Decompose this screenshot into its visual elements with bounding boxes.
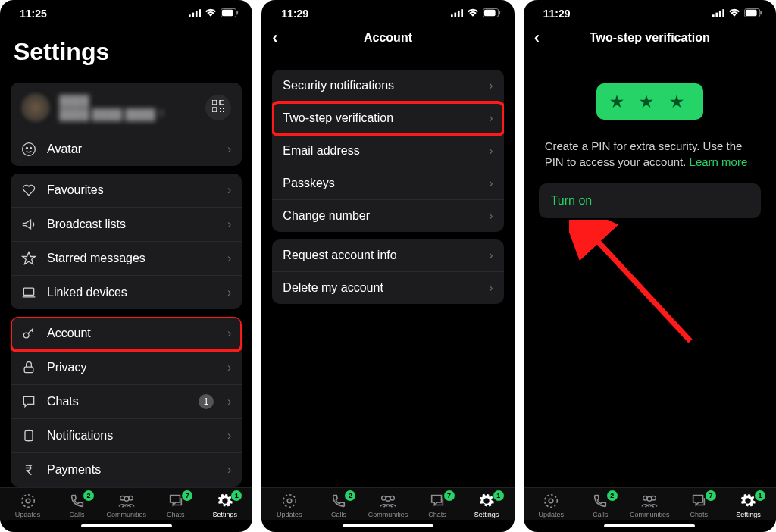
tab-settings[interactable]: 1 Settings	[200, 493, 249, 518]
chevron-right-icon: ›	[489, 144, 493, 158]
account-group-1: Security notifications › Two-step verifi…	[272, 70, 503, 232]
pin-display: ★ ★ ★	[596, 83, 703, 120]
tab-updates[interactable]: Updates	[264, 493, 314, 518]
svg-rect-7	[212, 100, 217, 105]
linked-devices-row[interactable]: Linked devices ›	[11, 276, 242, 309]
chevron-right-icon: ›	[489, 209, 493, 223]
svg-rect-13	[223, 111, 224, 112]
phone-account: 11:29 ‹ Account Security notifications ›…	[261, 0, 514, 532]
svg-rect-0	[189, 14, 191, 17]
avatar-row[interactable]: Avatar ›	[11, 133, 242, 166]
security-row[interactable]: Security notifications ›	[272, 70, 503, 102]
back-button[interactable]: ‹	[534, 28, 540, 48]
svg-rect-39	[715, 13, 718, 17]
profile-row[interactable]: ████████ ████ ████ ?	[11, 83, 242, 133]
svg-rect-38	[712, 14, 715, 17]
two-step-row[interactable]: Two-step verification ›	[272, 102, 503, 135]
key-icon	[21, 326, 36, 341]
bell-icon	[21, 428, 36, 443]
status-icons	[712, 8, 762, 20]
svg-rect-9	[212, 108, 217, 112]
phone-two-step: 11:29 ‹ Two-step verification ★ ★ ★ Crea…	[524, 0, 776, 532]
chevron-right-icon: ›	[227, 463, 231, 477]
lock-icon	[21, 360, 36, 375]
back-button[interactable]: ‹	[272, 28, 277, 48]
favourites-row[interactable]: Favourites ›	[11, 174, 242, 208]
broadcast-row[interactable]: Broadcast lists ›	[11, 208, 242, 242]
svg-rect-12	[220, 111, 221, 112]
profile-group: ████████ ████ ████ ? Avatar ›	[11, 83, 242, 166]
tab-communities[interactable]: Communities	[102, 493, 151, 518]
email-row[interactable]: Email address ›	[272, 135, 503, 167]
passkeys-row[interactable]: Passkeys ›	[272, 167, 503, 200]
svg-point-22	[26, 499, 30, 503]
tab-calls[interactable]: 2 Calls	[314, 493, 363, 518]
svg-rect-19	[24, 367, 33, 373]
tab-settings[interactable]: 1 Settings	[462, 493, 512, 518]
tab-chats[interactable]: 7 Chats	[674, 493, 724, 518]
delete-account-row[interactable]: Delete my account ›	[272, 272, 503, 304]
nav-title: Two-step verification	[590, 31, 710, 45]
chevron-right-icon: ›	[489, 111, 493, 125]
svg-rect-28	[458, 11, 460, 17]
tab-calls[interactable]: 2 Calls	[576, 493, 625, 518]
chevron-right-icon: ›	[227, 286, 231, 299]
notifications-row[interactable]: Notifications ›	[11, 419, 242, 453]
change-number-row[interactable]: Change number ›	[272, 200, 503, 232]
updates-icon	[542, 493, 560, 509]
svg-rect-3	[199, 9, 202, 17]
status-icons	[451, 8, 501, 20]
svg-point-25	[124, 496, 129, 501]
account-row[interactable]: Account ›	[11, 317, 242, 351]
chevron-right-icon: ›	[227, 183, 231, 197]
status-icons	[189, 8, 239, 20]
tab-calls[interactable]: 2 Calls	[52, 493, 102, 518]
payments-row[interactable]: Payments ›	[11, 453, 242, 487]
chevron-right-icon: ›	[489, 281, 493, 295]
svg-point-21	[21, 495, 34, 508]
calls-badge: 2	[83, 490, 94, 501]
tab-updates[interactable]: Updates	[3, 493, 52, 518]
tab-communities[interactable]: Communities	[363, 493, 412, 518]
qr-button[interactable]	[205, 95, 231, 120]
svg-rect-2	[196, 11, 198, 17]
request-info-row[interactable]: Request account info ›	[272, 239, 503, 272]
star-icon	[21, 251, 36, 266]
chats-row[interactable]: Chats 1 ›	[11, 385, 242, 419]
chevron-right-icon: ›	[489, 249, 493, 262]
svg-rect-11	[223, 108, 224, 109]
battery-icon	[221, 8, 239, 20]
home-indicator	[81, 524, 172, 527]
svg-rect-20	[25, 430, 33, 440]
wifi-icon	[205, 8, 217, 20]
chats-badge: 1	[199, 394, 214, 409]
tab-updates[interactable]: Updates	[527, 493, 576, 518]
home-indicator	[343, 524, 433, 527]
signal-icon	[451, 8, 463, 20]
tab-chats[interactable]: 7 Chats	[151, 493, 200, 518]
tab-chats[interactable]: 7 Chats	[413, 493, 462, 518]
chevron-right-icon: ›	[227, 217, 231, 231]
tab-communities[interactable]: Communities	[625, 493, 674, 518]
chevron-right-icon: ›	[489, 79, 493, 92]
description-text: Create a PIN for extra security. Use the…	[531, 138, 768, 183]
tab-bar: Updates 2 Calls Communities 7 Chats 1 Se…	[261, 487, 514, 520]
tab-bar: Updates 2 Calls Communities 7 Chats 1 Se…	[0, 487, 252, 520]
chevron-right-icon: ›	[227, 361, 231, 374]
tab-settings[interactable]: 1 Settings	[724, 493, 773, 518]
two-step-content: ★ ★ ★ Create a PIN for extra security. U…	[524, 53, 776, 487]
svg-rect-17	[23, 288, 33, 295]
starred-row[interactable]: Starred messages ›	[11, 242, 242, 276]
nav-header: ‹ Account	[261, 23, 514, 53]
svg-point-18	[23, 333, 29, 338]
avatar-icon	[21, 142, 36, 157]
learn-more-link[interactable]: Learn more	[690, 155, 748, 168]
svg-rect-1	[192, 13, 195, 17]
svg-rect-43	[746, 10, 757, 16]
svg-rect-6	[237, 11, 239, 15]
privacy-row[interactable]: Privacy ›	[11, 351, 242, 385]
chevron-right-icon: ›	[227, 327, 231, 340]
avatar	[21, 93, 50, 122]
svg-rect-32	[499, 11, 500, 15]
turn-on-button[interactable]: Turn on	[539, 183, 761, 218]
